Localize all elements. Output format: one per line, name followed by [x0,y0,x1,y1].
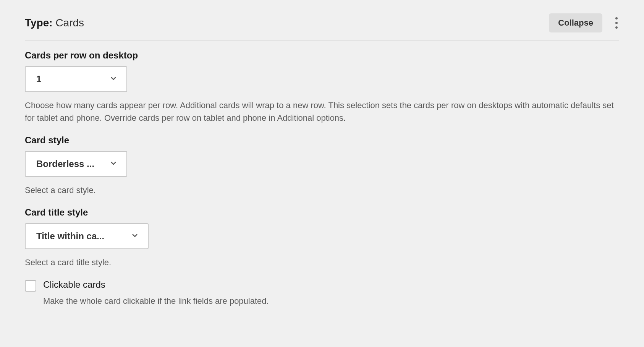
clickable-cards-field: Clickable cards Make the whole card clic… [25,279,619,307]
clickable-cards-checkbox[interactable] [25,280,36,292]
panel-title: Type: Cards [25,17,84,29]
clickable-cards-help: Make the whole card clickable if the lin… [43,295,619,307]
clickable-cards-label: Clickable cards [43,279,619,290]
card-style-value: Borderless ... [36,159,94,169]
chevron-down-icon [130,231,139,242]
clickable-cards-content: Clickable cards Make the whole card clic… [43,279,619,307]
collapse-button[interactable]: Collapse [549,13,602,32]
card-style-label: Card style [25,135,619,146]
card-title-style-help: Select a card title style. [25,256,619,269]
cards-per-row-help: Choose how many cards appear per row. Ad… [25,99,619,124]
chevron-down-icon [109,74,118,84]
card-style-select[interactable]: Borderless ... [25,151,127,177]
cards-per-row-value: 1 [36,74,41,84]
type-value: Cards [55,17,84,29]
card-title-style-select[interactable]: Title within ca... [25,223,149,249]
cards-per-row-field: Cards per row on desktop 1 Choose how ma… [25,50,619,124]
cards-per-row-label: Cards per row on desktop [25,50,619,61]
card-title-style-field: Card title style Title within ca... Sele… [25,207,619,269]
panel-header: Type: Cards Collapse [25,13,619,41]
card-title-style-value: Title within ca... [36,231,104,242]
header-actions: Collapse [549,13,619,32]
cards-per-row-select[interactable]: 1 [25,66,127,92]
chevron-down-icon [109,159,118,169]
card-title-style-label: Card title style [25,207,619,218]
card-style-help: Select a card style. [25,184,619,196]
card-style-field: Card style Borderless ... Select a card … [25,135,619,196]
type-label: Type: [25,17,53,29]
more-options-icon[interactable] [614,14,619,32]
